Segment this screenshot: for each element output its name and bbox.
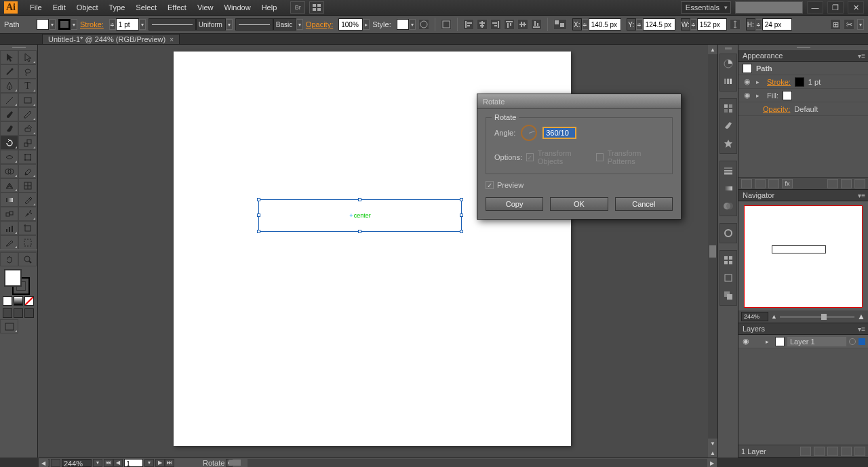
window-close[interactable]: ✕ (848, 1, 864, 14)
w-input[interactable]: 152 px (697, 18, 727, 31)
panel-menu-icon[interactable]: ▾≡ (858, 325, 865, 333)
stroke-profile-select[interactable]: Uniform▾ (149, 18, 233, 31)
align-top-icon[interactable] (504, 19, 515, 30)
angle-input[interactable] (542, 127, 576, 139)
new-sublayer-button[interactable] (827, 447, 838, 456)
help-search[interactable] (735, 1, 803, 14)
link-wh-icon[interactable] (730, 19, 741, 30)
slice-tool[interactable] (0, 235, 18, 249)
artboard-number-input[interactable]: 1 (124, 459, 143, 467)
menu-select[interactable]: Select (130, 1, 162, 14)
hand-tool[interactable] (0, 252, 18, 266)
gradient-mode-icon[interactable] (14, 296, 23, 306)
zoom-dropdown[interactable]: ▾ (93, 459, 102, 467)
ok-button[interactable]: OK (550, 197, 608, 211)
transform-panel-icon2[interactable] (721, 270, 736, 285)
copy-button[interactable]: Copy (486, 197, 543, 211)
live-paint-tool[interactable] (18, 164, 37, 178)
color-mode-icon[interactable] (3, 296, 12, 306)
window-maximize[interactable]: ❐ (827, 1, 844, 14)
pathfinder-panel-icon[interactable] (721, 288, 736, 303)
menu-file[interactable]: File (24, 1, 47, 14)
navigator-zoom-value[interactable]: 244% (741, 312, 768, 321)
pen-tool[interactable] (0, 79, 18, 93)
align-right-icon[interactable] (490, 19, 501, 30)
menu-help[interactable]: Help (256, 1, 283, 14)
horizontal-scrollbar[interactable]: ◀ ▶ (248, 459, 715, 467)
eraser-tool[interactable] (18, 121, 37, 136)
make-clipping-mask-button[interactable] (814, 447, 825, 456)
draw-inside-icon[interactable] (24, 308, 34, 318)
paintbrush-tool[interactable] (0, 107, 18, 121)
panel-menu-icon[interactable]: ▾≡ (858, 192, 865, 199)
menu-edit[interactable]: Edit (47, 1, 71, 14)
draw-behind-icon[interactable] (14, 308, 23, 318)
layer-name[interactable]: Layer 1 (787, 337, 846, 346)
stroke-label[interactable]: Stroke: (767, 78, 791, 86)
expand-icon[interactable]: ▸ (756, 79, 763, 85)
dialog-titlebar[interactable]: Rotate (477, 94, 681, 109)
rotate-tool[interactable] (0, 136, 18, 150)
lasso-tool[interactable] (18, 64, 37, 79)
layer-row[interactable]: ◉ ▸ Layer 1 (738, 335, 868, 348)
fill-color-control[interactable]: ▾ (37, 19, 56, 30)
mesh-tool[interactable] (18, 178, 37, 192)
x-input[interactable]: 140.5 px (589, 18, 621, 31)
direct-selection-tool[interactable] (18, 50, 37, 64)
blend-tool[interactable] (0, 207, 18, 221)
stroke-color-control[interactable]: ▾ (58, 19, 77, 30)
pencil-tool[interactable] (18, 107, 37, 121)
opacity-input[interactable]: 100%▸ (338, 18, 370, 31)
stroke-color-swatch[interactable] (795, 77, 804, 87)
recolor-icon[interactable] (418, 19, 429, 30)
edit-clip-icon[interactable]: ✂ (844, 19, 854, 30)
zoom-in-icon[interactable]: ▲ (857, 312, 865, 321)
align-center-icon[interactable] (477, 19, 488, 30)
align-left-icon[interactable] (463, 19, 474, 30)
menu-object[interactable]: Object (71, 1, 104, 14)
close-tab-icon[interactable]: × (170, 36, 174, 43)
document-tab[interactable]: Untitled-1* @ 244% (RGB/Preview) × (42, 34, 180, 44)
transparency-panel-icon[interactable] (721, 199, 736, 214)
graphic-styles-panel-icon[interactable] (721, 226, 736, 241)
type-tool[interactable]: T (18, 79, 37, 93)
next-artboard-button[interactable]: ▶ (155, 459, 165, 467)
blob-brush-tool[interactable] (0, 121, 18, 136)
swatches-panel-icon[interactable] (721, 101, 736, 116)
width-tool[interactable] (0, 150, 18, 164)
new-layer-button[interactable] (841, 447, 852, 456)
hand-tool-dup[interactable] (18, 235, 37, 249)
brushes-panel-icon[interactable] (721, 119, 736, 134)
status-icon[interactable] (51, 459, 60, 467)
opacity-link[interactable]: Opacity: (763, 105, 790, 113)
clear-button[interactable] (827, 179, 838, 188)
fill-stroke-picker[interactable] (0, 266, 38, 295)
artboard-dropdown[interactable]: ▾ (144, 459, 154, 467)
zoom-out-icon[interactable]: ▲ (771, 313, 777, 320)
draw-normal-icon[interactable] (3, 308, 12, 318)
layers-panel-header[interactable]: Layers▾≡ (738, 323, 868, 335)
menu-effect[interactable]: Effect (162, 1, 192, 14)
transform-panel-icon[interactable] (553, 19, 567, 30)
workspace-selector[interactable]: Essentials (681, 1, 731, 14)
navigator-thumbnail[interactable] (744, 205, 863, 308)
scale-tool[interactable] (18, 136, 37, 150)
angle-dial[interactable] (521, 125, 537, 141)
visibility-toggle[interactable]: ◉ (743, 77, 752, 86)
panel-menu-icon[interactable]: ▾≡ (858, 52, 865, 60)
free-transform-tool[interactable] (18, 150, 37, 164)
add-effect-button[interactable]: fx (782, 179, 793, 188)
arrange-documents-button[interactable] (309, 1, 324, 14)
none-mode-icon[interactable] (24, 296, 34, 306)
cancel-button[interactable]: Cancel (615, 197, 673, 211)
selection-tool[interactable] (0, 50, 18, 64)
first-artboard-button[interactable]: ⏮ (104, 459, 113, 467)
line-tool[interactable] (0, 93, 18, 107)
magic-wand-tool[interactable] (0, 64, 18, 79)
preview-checkbox[interactable] (486, 181, 494, 189)
color-guide-panel-icon[interactable] (721, 74, 736, 89)
fill-color-swatch[interactable] (783, 91, 792, 100)
align-panel-icon[interactable] (441, 19, 452, 30)
bridge-button[interactable]: Br (290, 1, 305, 14)
perspective-grid-tool[interactable] (0, 178, 18, 192)
